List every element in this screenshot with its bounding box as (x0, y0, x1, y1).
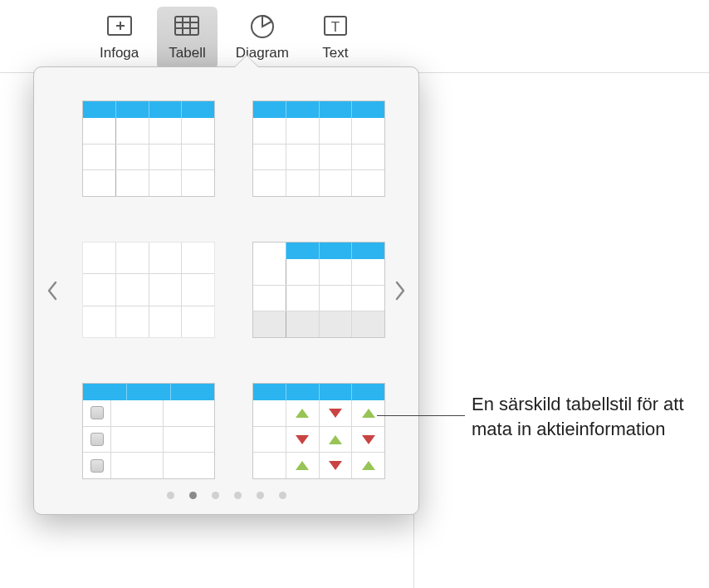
callout-leader-line (377, 415, 465, 416)
toolbar: Infoga Tabell Diagram T Text (0, 0, 709, 73)
table-style-grid (49, 100, 403, 491)
table-style-header-firstcol[interactable] (82, 100, 215, 197)
toolbar-item-insert[interactable]: Infoga (85, 3, 154, 72)
next-page-button[interactable] (390, 274, 410, 307)
stock-up-icon (362, 409, 375, 418)
table-style-stocks[interactable] (252, 383, 385, 479)
text-icon: T (319, 10, 352, 43)
table-style-checklist[interactable] (82, 383, 215, 479)
toolbar-label: Infoga (100, 45, 139, 61)
table-style-header-footer[interactable] (252, 242, 385, 338)
stock-up-icon (296, 461, 309, 470)
stock-up-icon (329, 435, 342, 444)
table-icon (170, 10, 203, 43)
page-dot[interactable] (279, 492, 286, 499)
prev-page-button[interactable] (42, 274, 62, 307)
page-indicator (34, 492, 418, 499)
toolbar-item-table[interactable]: Tabell (157, 7, 217, 69)
insert-icon (103, 10, 136, 43)
stock-down-icon (296, 435, 309, 444)
toolbar-item-text[interactable]: T Text (304, 3, 367, 72)
table-styles-popover (33, 66, 419, 515)
checkbox-icon (90, 459, 104, 473)
callout-text: En särskild tabellstil för att mata in a… (472, 392, 697, 443)
toolbar-label: Text (322, 45, 348, 61)
svg-rect-3 (175, 17, 198, 35)
page-dot[interactable] (189, 492, 197, 499)
toolbar-item-chart[interactable]: Diagram (221, 3, 304, 72)
table-style-header-basic[interactable] (252, 100, 385, 197)
chart-icon (246, 10, 279, 43)
toolbar-label: Tabell (169, 45, 205, 61)
page-dot[interactable] (167, 492, 174, 499)
stock-down-icon (362, 435, 375, 444)
page-dot[interactable] (257, 492, 264, 499)
checkbox-icon (90, 433, 104, 446)
page-dot[interactable] (234, 492, 242, 499)
toolbar-leading-space (0, 3, 85, 72)
stock-down-icon (329, 461, 342, 470)
stock-up-icon (296, 409, 309, 418)
table-style-plain[interactable] (82, 242, 215, 338)
page-dot[interactable] (212, 492, 219, 499)
stock-down-icon (329, 409, 342, 418)
stock-up-icon (362, 461, 375, 470)
checkbox-icon (90, 406, 104, 419)
svg-text:T: T (331, 19, 340, 35)
